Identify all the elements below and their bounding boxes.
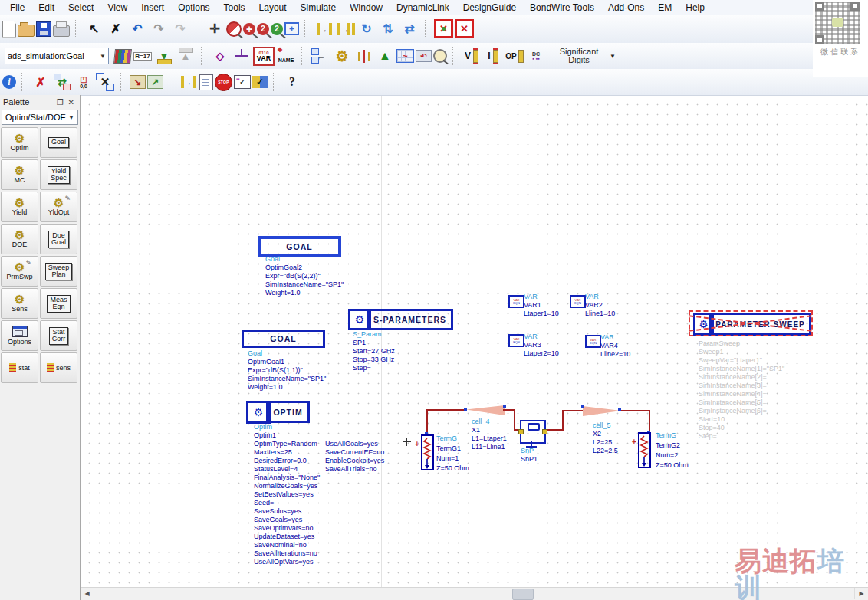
zoom-in-2x-icon[interactable]: 2 [257,23,269,35]
goal2-params[interactable]: GoalOptimGoal2Expr="dB(S(2,2))"SimInstan… [265,255,344,297]
menu-designguide[interactable]: DesignGuide [456,2,523,14]
var-eqn-icon[interactable] [570,295,586,308]
var2-block[interactable]: VARVAR2Lline1=10 [585,293,615,318]
palette-item-yldopt[interactable]: ⚙YldOpt [40,192,77,222]
menu-layout[interactable]: Layout [252,2,294,14]
save-design-icon[interactable] [36,21,51,37]
wire[interactable] [649,410,650,433]
palette-item-sens[interactable]: sens [40,352,77,383]
library-browser-icon[interactable] [113,49,132,64]
insert-port-icon[interactable]: ◇ [210,46,230,66]
swap-component-icon[interactable]: ⇄ [52,72,72,92]
wire[interactable] [562,410,584,411]
goal2-component-titlebox[interactable]: GOAL [258,236,341,257]
menu-add-ons[interactable]: Add-Ons [601,2,651,14]
palette-item-options[interactable]: Options [1,320,38,351]
taper2-symbol[interactable] [583,406,621,416]
termg2-params[interactable]: TermGTermG2Num=2Z=50 Ohm [656,431,689,470]
dc-annotation-icon[interactable]: DC [526,46,546,66]
menu-view[interactable]: View [100,2,134,14]
insert-wire-icon[interactable]: → [314,19,334,39]
termg1-params[interactable]: TermGTermG1Num=1Z=50 Ohm [436,434,469,474]
menu-tools[interactable]: Tools [217,2,252,14]
rotate-component-icon[interactable]: ↻ [357,19,376,39]
menu-insert[interactable]: Insert [134,2,171,14]
simulation-settings-icon[interactable]: ⚙ [332,46,352,66]
schematic-canvas[interactable]: GOAL GoalOptimGoal2Expr="dB(S(2,2))"SimI… [81,95,868,588]
sparams-titlebox[interactable]: S-PARAMETERS [367,309,453,330]
pan-view-icon[interactable]: ✛ [205,19,225,39]
palette-item-doe[interactable]: ⚙DOE [1,224,38,254]
palette-float-icon[interactable]: ❐ [54,98,66,107]
netlist-include-icon[interactable]: ← [311,46,330,66]
op-probe-icon[interactable]: OP [505,46,524,66]
var1-block[interactable]: VARVAR1Ltaper1=10 [524,293,559,318]
snp-symbol[interactable] [520,420,546,444]
current-probe-icon[interactable]: I [483,46,503,66]
dataset-combo[interactable]: ads_simulation:Goal ▼ [5,48,109,64]
insert-var-icon[interactable]: 0110VAR [253,47,275,66]
palette-close-icon[interactable]: ✕ [66,98,77,107]
palette-item-prmswp[interactable]: ⚙PrmSwp [1,256,38,287]
stop-simulation-icon[interactable]: STOP [215,74,232,91]
termg1-symbol[interactable] [421,434,435,471]
menu-options[interactable]: Options [171,2,216,14]
var-eqn-icon[interactable] [508,334,524,347]
menu-select[interactable]: Select [61,2,100,14]
insert-component-icon[interactable]: ▼ [154,46,174,66]
zoom-area-icon[interactable] [226,21,242,37]
taper1-symbol[interactable] [466,405,505,415]
optimize-icon[interactable]: ▲ [375,46,395,66]
undo-history-icon[interactable]: ↷ [170,19,190,39]
wire-pin-icon[interactable]: → [178,72,198,92]
component-parameter-icon[interactable]: R=17 [133,46,153,66]
var-eqn-icon[interactable] [585,335,601,348]
palette-item-sweep-plan[interactable]: SweepPlan [40,256,77,287]
design-check-icon[interactable]: ✓ [252,76,268,88]
help-icon[interactable]: ? [282,72,302,92]
mirror-horizontal-icon[interactable]: ⇄ [399,19,419,39]
undo-icon[interactable]: ↶ [127,19,147,39]
scroll-left-icon[interactable]: ◀ [81,588,94,599]
wire[interactable] [514,409,515,430]
clear-selection-icon[interactable]: ✕ [95,72,115,92]
search-icon[interactable] [433,49,447,63]
data-display-icon[interactable]: ↶ [416,50,432,62]
goal1-params[interactable]: GoalOptimGoal1Expr="dB(S(1,1))"SimInstan… [248,349,326,392]
palette-item-stat[interactable]: stat [1,352,38,383]
significant-digits-button[interactable]: Significant Digits ▼ [551,48,616,64]
var4-block[interactable]: VARVAR4Lline2=10 [600,333,630,359]
wire[interactable] [426,409,467,411]
palette-item-meas-eqn[interactable]: MeasEqn [40,288,77,319]
palette-item-goal[interactable]: Goal [40,127,77,158]
redo-icon[interactable]: ↷ [149,19,169,39]
var-eqn-icon[interactable] [508,295,524,308]
netlist-viewer-icon[interactable] [199,74,213,90]
palette-item-sens[interactable]: ⚙Sens [1,288,38,319]
palette-item-yield-spec[interactable]: YieldSpec [40,159,77,190]
print-icon[interactable] [53,25,70,37]
wire-name-icon[interactable]: NAME [276,46,296,66]
info-icon[interactable]: i [2,75,16,89]
optim-params-col1[interactable]: OptimOptim1OptimType=RandomMaxIters=25De… [254,423,320,566]
cell4-params[interactable]: cell_4X1L1=Ltaper1L11=Lline1 [472,418,507,451]
insert-ground-icon[interactable] [232,46,252,66]
goal1-component-titlebox[interactable]: GOAL [242,330,325,348]
deactivate-short-component-icon[interactable]: ✕ [455,19,474,38]
pop-out-hierarchy-icon[interactable]: ↗ [147,75,163,89]
menu-help[interactable]: Help [679,2,712,14]
palette-category-combo[interactable]: Optim/Stat/DOE ▼ [2,110,78,125]
insert-multi-wire-icon[interactable]: → [335,19,355,39]
palette-item-stat-corr[interactable]: StatCorr [40,320,77,351]
simulation-status-icon[interactable]: ✓ [234,75,251,89]
menu-edit[interactable]: Edit [31,2,61,14]
select-cursor-icon[interactable]: ↖ [84,19,104,39]
zoom-in-icon[interactable]: + [243,23,255,35]
tune-parameters-icon[interactable] [353,46,373,66]
zoom-out-2x-icon[interactable]: 2 [271,23,283,35]
deactivate-part-icon[interactable]: ✗ [31,72,51,92]
optim-titlebox[interactable]: OPTIM [266,401,310,423]
open-design-icon[interactable] [18,25,35,37]
set-origin-icon[interactable]: 0,0 [74,72,94,92]
menu-simulate[interactable]: Simulate [294,2,344,14]
